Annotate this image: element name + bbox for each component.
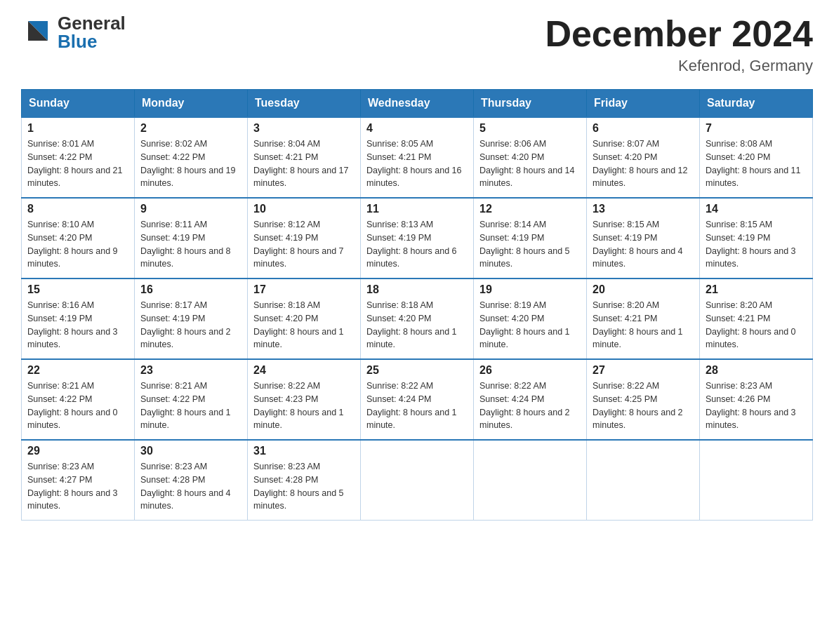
day-info: Sunrise: 8:19 AM Sunset: 4:20 PM Dayligh…	[479, 299, 581, 351]
calendar-day-cell: 1 Sunrise: 8:01 AM Sunset: 4:22 PM Dayli…	[22, 117, 135, 198]
sunset-label: Sunset: 4:24 PM	[366, 394, 431, 404]
calendar-header-row: Sunday Monday Tuesday Wednesday Thursday…	[22, 90, 813, 118]
daylight-label: Daylight: 8 hours and 12 minutes.	[593, 166, 688, 189]
calendar-day-cell: 2 Sunrise: 8:02 AM Sunset: 4:22 PM Dayli…	[135, 117, 248, 198]
day-info: Sunrise: 8:08 AM Sunset: 4:20 PM Dayligh…	[706, 137, 807, 190]
calendar-day-cell: 3 Sunrise: 8:04 AM Sunset: 4:21 PM Dayli…	[248, 117, 361, 198]
day-number: 5	[479, 122, 581, 135]
page-subtitle: Kefenrod, Germany	[545, 57, 813, 75]
calendar-day-cell	[700, 440, 813, 521]
sunrise-label: Sunrise: 8:23 AM	[706, 381, 772, 391]
calendar-day-cell: 27 Sunrise: 8:22 AM Sunset: 4:25 PM Dayl…	[587, 359, 700, 440]
calendar-day-cell	[361, 440, 474, 521]
calendar-day-cell: 6 Sunrise: 8:07 AM Sunset: 4:20 PM Dayli…	[587, 117, 700, 198]
day-number: 30	[140, 445, 241, 457]
day-number: 27	[593, 364, 694, 377]
sunset-label: Sunset: 4:19 PM	[27, 314, 92, 323]
day-number: 3	[253, 122, 355, 135]
sunset-label: Sunset: 4:20 PM	[366, 314, 431, 323]
sunset-label: Sunset: 4:20 PM	[253, 314, 318, 323]
sunrise-label: Sunrise: 8:06 AM	[479, 139, 546, 149]
sunset-label: Sunset: 4:19 PM	[593, 233, 657, 243]
calendar-day-cell: 15 Sunrise: 8:16 AM Sunset: 4:19 PM Dayl…	[22, 279, 135, 359]
day-info: Sunrise: 8:10 AM Sunset: 4:20 PM Dayligh…	[27, 218, 128, 271]
day-number: 26	[479, 364, 581, 377]
day-number: 9	[140, 203, 241, 215]
sunset-label: Sunset: 4:22 PM	[140, 394, 205, 404]
daylight-label: Daylight: 8 hours and 2 minutes.	[479, 408, 570, 431]
daylight-label: Daylight: 8 hours and 2 minutes.	[593, 408, 683, 431]
sunset-label: Sunset: 4:28 PM	[253, 475, 318, 485]
day-info: Sunrise: 8:16 AM Sunset: 4:19 PM Dayligh…	[27, 299, 128, 351]
daylight-label: Daylight: 8 hours and 16 minutes.	[366, 166, 462, 189]
calendar-day-cell: 8 Sunrise: 8:10 AM Sunset: 4:20 PM Dayli…	[22, 198, 135, 279]
day-number: 14	[706, 203, 807, 215]
sunrise-label: Sunrise: 8:23 AM	[140, 462, 207, 471]
daylight-label: Daylight: 8 hours and 8 minutes.	[140, 246, 231, 269]
calendar-day-cell	[474, 440, 587, 521]
day-number: 7	[706, 122, 807, 135]
sunset-label: Sunset: 4:25 PM	[593, 394, 657, 404]
day-info: Sunrise: 8:23 AM Sunset: 4:28 PM Dayligh…	[253, 460, 355, 513]
day-info: Sunrise: 8:15 AM Sunset: 4:19 PM Dayligh…	[593, 218, 694, 271]
day-number: 13	[593, 203, 694, 215]
sunrise-label: Sunrise: 8:11 AM	[140, 220, 207, 229]
sunset-label: Sunset: 4:19 PM	[253, 233, 318, 243]
day-info: Sunrise: 8:22 AM Sunset: 4:24 PM Dayligh…	[366, 380, 468, 432]
calendar-day-cell: 11 Sunrise: 8:13 AM Sunset: 4:19 PM Dayl…	[361, 198, 474, 279]
day-number: 2	[140, 122, 241, 135]
sunset-label: Sunset: 4:22 PM	[140, 152, 205, 162]
day-number: 24	[253, 364, 355, 377]
week-row-4: 22 Sunrise: 8:21 AM Sunset: 4:22 PM Dayl…	[22, 359, 813, 440]
sunrise-label: Sunrise: 8:16 AM	[27, 300, 94, 310]
col-wednesday: Wednesday	[361, 90, 474, 118]
sunset-label: Sunset: 4:27 PM	[27, 475, 92, 485]
calendar-day-cell: 21 Sunrise: 8:20 AM Sunset: 4:21 PM Dayl…	[700, 279, 813, 359]
calendar-day-cell: 10 Sunrise: 8:12 AM Sunset: 4:19 PM Dayl…	[248, 198, 361, 279]
sunrise-label: Sunrise: 8:14 AM	[479, 220, 546, 229]
daylight-label: Daylight: 8 hours and 0 minutes.	[706, 327, 796, 350]
calendar-day-cell: 17 Sunrise: 8:18 AM Sunset: 4:20 PM Dayl…	[248, 279, 361, 359]
day-info: Sunrise: 8:18 AM Sunset: 4:20 PM Dayligh…	[253, 299, 355, 351]
col-friday: Friday	[587, 90, 700, 118]
day-info: Sunrise: 8:23 AM Sunset: 4:26 PM Dayligh…	[706, 380, 807, 432]
daylight-label: Daylight: 8 hours and 1 minute.	[593, 327, 683, 350]
col-saturday: Saturday	[700, 90, 813, 118]
calendar-day-cell: 20 Sunrise: 8:20 AM Sunset: 4:21 PM Dayl…	[587, 279, 700, 359]
logo-general-text: General	[58, 14, 126, 32]
daylight-label: Daylight: 8 hours and 1 minute.	[479, 327, 570, 350]
day-info: Sunrise: 8:13 AM Sunset: 4:19 PM Dayligh…	[366, 218, 468, 271]
daylight-label: Daylight: 8 hours and 14 minutes.	[479, 166, 575, 189]
daylight-label: Daylight: 8 hours and 3 minutes.	[27, 488, 118, 511]
col-sunday: Sunday	[22, 90, 135, 118]
sunset-label: Sunset: 4:20 PM	[479, 152, 544, 162]
day-info: Sunrise: 8:18 AM Sunset: 4:20 PM Dayligh…	[366, 299, 468, 351]
day-info: Sunrise: 8:23 AM Sunset: 4:28 PM Dayligh…	[140, 460, 241, 513]
sunrise-label: Sunrise: 8:23 AM	[27, 462, 94, 471]
sunset-label: Sunset: 4:22 PM	[27, 152, 92, 162]
daylight-label: Daylight: 8 hours and 9 minutes.	[27, 246, 118, 269]
sunset-label: Sunset: 4:19 PM	[366, 233, 431, 243]
logo: General Blue	[21, 14, 126, 51]
day-info: Sunrise: 8:07 AM Sunset: 4:20 PM Dayligh…	[593, 137, 694, 190]
day-info: Sunrise: 8:21 AM Sunset: 4:22 PM Dayligh…	[140, 380, 241, 432]
title-area: December 2024 Kefenrod, Germany	[545, 14, 813, 75]
sunrise-label: Sunrise: 8:22 AM	[479, 381, 546, 391]
calendar-day-cell: 22 Sunrise: 8:21 AM Sunset: 4:22 PM Dayl…	[22, 359, 135, 440]
calendar-day-cell: 24 Sunrise: 8:22 AM Sunset: 4:23 PM Dayl…	[248, 359, 361, 440]
day-info: Sunrise: 8:14 AM Sunset: 4:19 PM Dayligh…	[479, 218, 581, 271]
calendar-day-cell: 28 Sunrise: 8:23 AM Sunset: 4:26 PM Dayl…	[700, 359, 813, 440]
day-number: 15	[27, 283, 128, 296]
day-number: 8	[27, 203, 128, 215]
sunrise-label: Sunrise: 8:01 AM	[27, 139, 94, 149]
day-info: Sunrise: 8:22 AM Sunset: 4:24 PM Dayligh…	[479, 380, 581, 432]
calendar-day-cell: 31 Sunrise: 8:23 AM Sunset: 4:28 PM Dayl…	[248, 440, 361, 521]
sunset-label: Sunset: 4:20 PM	[706, 152, 770, 162]
calendar-day-cell: 26 Sunrise: 8:22 AM Sunset: 4:24 PM Dayl…	[474, 359, 587, 440]
sunrise-label: Sunrise: 8:15 AM	[706, 220, 772, 229]
sunrise-label: Sunrise: 8:20 AM	[706, 300, 772, 310]
calendar-day-cell: 4 Sunrise: 8:05 AM Sunset: 4:21 PM Dayli…	[361, 117, 474, 198]
sunrise-label: Sunrise: 8:13 AM	[366, 220, 433, 229]
day-number: 23	[140, 364, 241, 377]
daylight-label: Daylight: 8 hours and 17 minutes.	[253, 166, 349, 189]
